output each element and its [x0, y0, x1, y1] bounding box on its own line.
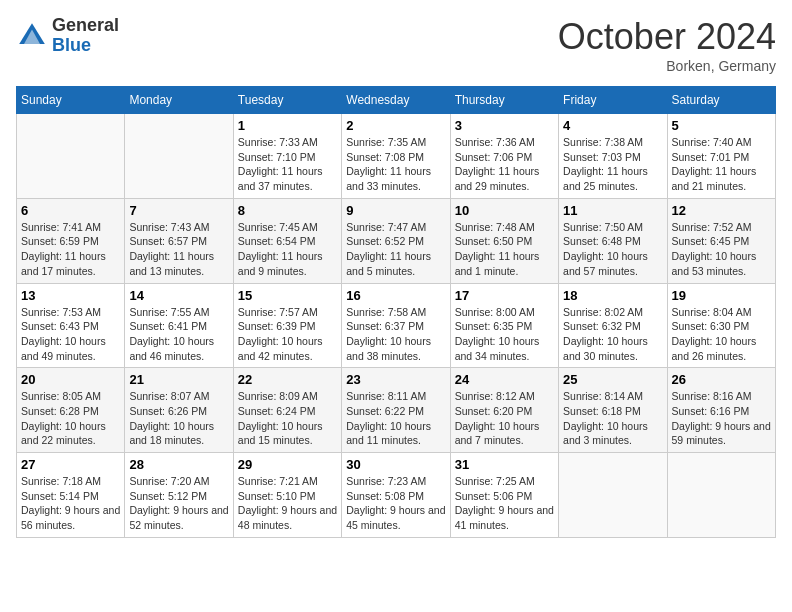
day-info: Sunrise: 8:02 AM Sunset: 6:32 PM Dayligh… [563, 305, 662, 364]
calendar-cell: 31Sunrise: 7:25 AM Sunset: 5:06 PM Dayli… [450, 453, 558, 538]
logo-general-text: General [52, 16, 119, 36]
day-number: 10 [455, 203, 554, 218]
day-info: Sunrise: 7:21 AM Sunset: 5:10 PM Dayligh… [238, 474, 337, 533]
day-info: Sunrise: 7:40 AM Sunset: 7:01 PM Dayligh… [672, 135, 771, 194]
calendar-cell: 14Sunrise: 7:55 AM Sunset: 6:41 PM Dayli… [125, 283, 233, 368]
calendar-cell [17, 114, 125, 199]
calendar-table: SundayMondayTuesdayWednesdayThursdayFrid… [16, 86, 776, 538]
day-info: Sunrise: 7:50 AM Sunset: 6:48 PM Dayligh… [563, 220, 662, 279]
day-number: 1 [238, 118, 337, 133]
day-info: Sunrise: 8:09 AM Sunset: 6:24 PM Dayligh… [238, 389, 337, 448]
day-info: Sunrise: 8:11 AM Sunset: 6:22 PM Dayligh… [346, 389, 445, 448]
weekday-header-wednesday: Wednesday [342, 87, 450, 114]
day-info: Sunrise: 7:48 AM Sunset: 6:50 PM Dayligh… [455, 220, 554, 279]
day-number: 25 [563, 372, 662, 387]
day-number: 20 [21, 372, 120, 387]
calendar-cell: 28Sunrise: 7:20 AM Sunset: 5:12 PM Dayli… [125, 453, 233, 538]
day-info: Sunrise: 7:58 AM Sunset: 6:37 PM Dayligh… [346, 305, 445, 364]
day-number: 11 [563, 203, 662, 218]
day-number: 8 [238, 203, 337, 218]
day-number: 2 [346, 118, 445, 133]
day-number: 31 [455, 457, 554, 472]
calendar-cell: 8Sunrise: 7:45 AM Sunset: 6:54 PM Daylig… [233, 198, 341, 283]
day-info: Sunrise: 8:12 AM Sunset: 6:20 PM Dayligh… [455, 389, 554, 448]
calendar-cell: 21Sunrise: 8:07 AM Sunset: 6:26 PM Dayli… [125, 368, 233, 453]
day-number: 27 [21, 457, 120, 472]
day-info: Sunrise: 7:53 AM Sunset: 6:43 PM Dayligh… [21, 305, 120, 364]
day-number: 4 [563, 118, 662, 133]
day-number: 13 [21, 288, 120, 303]
weekday-header-tuesday: Tuesday [233, 87, 341, 114]
day-number: 6 [21, 203, 120, 218]
day-info: Sunrise: 7:38 AM Sunset: 7:03 PM Dayligh… [563, 135, 662, 194]
calendar-cell: 12Sunrise: 7:52 AM Sunset: 6:45 PM Dayli… [667, 198, 775, 283]
day-info: Sunrise: 7:57 AM Sunset: 6:39 PM Dayligh… [238, 305, 337, 364]
calendar-cell: 15Sunrise: 7:57 AM Sunset: 6:39 PM Dayli… [233, 283, 341, 368]
calendar-cell: 7Sunrise: 7:43 AM Sunset: 6:57 PM Daylig… [125, 198, 233, 283]
day-info: Sunrise: 7:52 AM Sunset: 6:45 PM Dayligh… [672, 220, 771, 279]
calendar-cell: 11Sunrise: 7:50 AM Sunset: 6:48 PM Dayli… [559, 198, 667, 283]
weekday-header-monday: Monday [125, 87, 233, 114]
day-number: 18 [563, 288, 662, 303]
logo-icon [16, 20, 48, 52]
day-info: Sunrise: 8:14 AM Sunset: 6:18 PM Dayligh… [563, 389, 662, 448]
day-info: Sunrise: 7:25 AM Sunset: 5:06 PM Dayligh… [455, 474, 554, 533]
day-info: Sunrise: 8:07 AM Sunset: 6:26 PM Dayligh… [129, 389, 228, 448]
page-header: General Blue October 2024 Borken, German… [16, 16, 776, 74]
calendar-cell: 23Sunrise: 8:11 AM Sunset: 6:22 PM Dayli… [342, 368, 450, 453]
day-info: Sunrise: 7:20 AM Sunset: 5:12 PM Dayligh… [129, 474, 228, 533]
calendar-week-row: 6Sunrise: 7:41 AM Sunset: 6:59 PM Daylig… [17, 198, 776, 283]
day-number: 26 [672, 372, 771, 387]
calendar-cell: 13Sunrise: 7:53 AM Sunset: 6:43 PM Dayli… [17, 283, 125, 368]
day-info: Sunrise: 7:43 AM Sunset: 6:57 PM Dayligh… [129, 220, 228, 279]
calendar-cell: 19Sunrise: 8:04 AM Sunset: 6:30 PM Dayli… [667, 283, 775, 368]
calendar-cell: 26Sunrise: 8:16 AM Sunset: 6:16 PM Dayli… [667, 368, 775, 453]
day-number: 30 [346, 457, 445, 472]
weekday-header-friday: Friday [559, 87, 667, 114]
day-number: 17 [455, 288, 554, 303]
day-number: 16 [346, 288, 445, 303]
calendar-cell: 16Sunrise: 7:58 AM Sunset: 6:37 PM Dayli… [342, 283, 450, 368]
day-number: 15 [238, 288, 337, 303]
day-info: Sunrise: 7:41 AM Sunset: 6:59 PM Dayligh… [21, 220, 120, 279]
day-info: Sunrise: 7:45 AM Sunset: 6:54 PM Dayligh… [238, 220, 337, 279]
weekday-header-row: SundayMondayTuesdayWednesdayThursdayFrid… [17, 87, 776, 114]
weekday-header-sunday: Sunday [17, 87, 125, 114]
calendar-cell: 30Sunrise: 7:23 AM Sunset: 5:08 PM Dayli… [342, 453, 450, 538]
day-info: Sunrise: 8:04 AM Sunset: 6:30 PM Dayligh… [672, 305, 771, 364]
day-info: Sunrise: 7:55 AM Sunset: 6:41 PM Dayligh… [129, 305, 228, 364]
day-number: 19 [672, 288, 771, 303]
weekday-header-thursday: Thursday [450, 87, 558, 114]
calendar-cell: 6Sunrise: 7:41 AM Sunset: 6:59 PM Daylig… [17, 198, 125, 283]
calendar-cell: 22Sunrise: 8:09 AM Sunset: 6:24 PM Dayli… [233, 368, 341, 453]
location: Borken, Germany [558, 58, 776, 74]
calendar-cell: 4Sunrise: 7:38 AM Sunset: 7:03 PM Daylig… [559, 114, 667, 199]
day-number: 9 [346, 203, 445, 218]
calendar-cell: 2Sunrise: 7:35 AM Sunset: 7:08 PM Daylig… [342, 114, 450, 199]
day-info: Sunrise: 7:18 AM Sunset: 5:14 PM Dayligh… [21, 474, 120, 533]
calendar-cell [667, 453, 775, 538]
day-number: 29 [238, 457, 337, 472]
title-block: October 2024 Borken, Germany [558, 16, 776, 74]
day-info: Sunrise: 7:33 AM Sunset: 7:10 PM Dayligh… [238, 135, 337, 194]
day-number: 12 [672, 203, 771, 218]
calendar-cell: 5Sunrise: 7:40 AM Sunset: 7:01 PM Daylig… [667, 114, 775, 199]
calendar-cell: 3Sunrise: 7:36 AM Sunset: 7:06 PM Daylig… [450, 114, 558, 199]
day-number: 7 [129, 203, 228, 218]
day-info: Sunrise: 7:47 AM Sunset: 6:52 PM Dayligh… [346, 220, 445, 279]
calendar-cell: 24Sunrise: 8:12 AM Sunset: 6:20 PM Dayli… [450, 368, 558, 453]
calendar-cell [125, 114, 233, 199]
calendar-cell: 9Sunrise: 7:47 AM Sunset: 6:52 PM Daylig… [342, 198, 450, 283]
day-info: Sunrise: 7:36 AM Sunset: 7:06 PM Dayligh… [455, 135, 554, 194]
calendar-cell: 27Sunrise: 7:18 AM Sunset: 5:14 PM Dayli… [17, 453, 125, 538]
day-number: 28 [129, 457, 228, 472]
day-info: Sunrise: 7:35 AM Sunset: 7:08 PM Dayligh… [346, 135, 445, 194]
day-info: Sunrise: 7:23 AM Sunset: 5:08 PM Dayligh… [346, 474, 445, 533]
calendar-cell: 10Sunrise: 7:48 AM Sunset: 6:50 PM Dayli… [450, 198, 558, 283]
day-info: Sunrise: 8:05 AM Sunset: 6:28 PM Dayligh… [21, 389, 120, 448]
day-number: 23 [346, 372, 445, 387]
day-info: Sunrise: 8:00 AM Sunset: 6:35 PM Dayligh… [455, 305, 554, 364]
calendar-week-row: 1Sunrise: 7:33 AM Sunset: 7:10 PM Daylig… [17, 114, 776, 199]
calendar-cell: 25Sunrise: 8:14 AM Sunset: 6:18 PM Dayli… [559, 368, 667, 453]
calendar-week-row: 27Sunrise: 7:18 AM Sunset: 5:14 PM Dayli… [17, 453, 776, 538]
